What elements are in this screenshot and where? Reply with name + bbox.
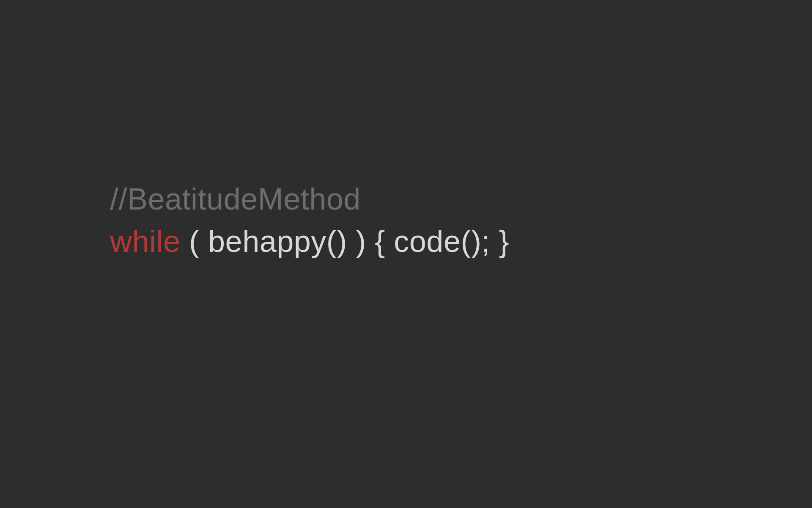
code-comment-line: //BeatitudeMethod — [110, 182, 509, 216]
while-keyword: while — [110, 224, 181, 258]
code-body-text: ( behappy() ) { code(); } — [181, 224, 509, 258]
code-wallpaper-block: //BeatitudeMethod while ( behappy() ) { … — [0, 182, 509, 259]
code-statement-line: while ( behappy() ) { code(); } — [110, 224, 509, 259]
